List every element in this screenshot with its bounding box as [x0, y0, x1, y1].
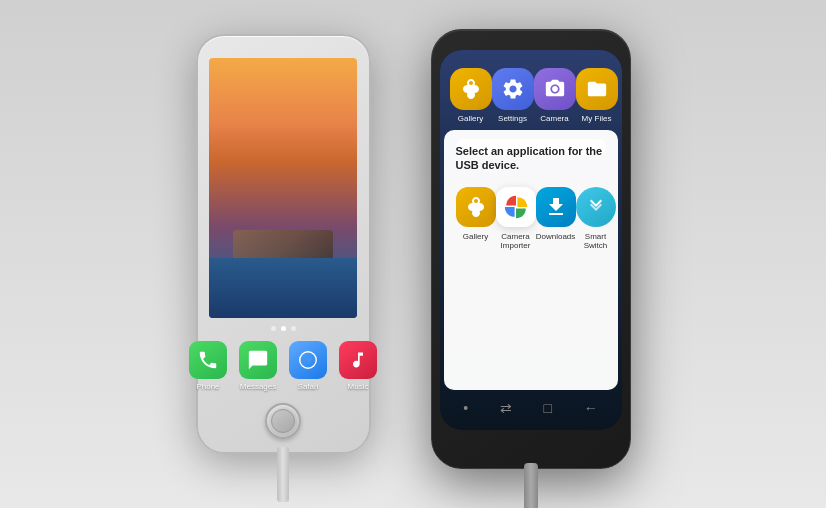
d-gallery-icon: [456, 187, 496, 227]
samsung-screen: Gallery Settings: [440, 50, 622, 430]
dialog-app-camera-importer[interactable]: Camera Importer: [496, 187, 536, 380]
messages-svg: [247, 349, 269, 371]
samsung-device: Gallery Settings: [431, 29, 631, 469]
dialog-app-gallery[interactable]: Gallery: [456, 187, 496, 380]
dialog-title: Select an application for the USB device…: [456, 144, 606, 173]
safari-svg: [297, 349, 319, 371]
d-download-svg: [544, 195, 568, 219]
messages-label: Messages: [240, 382, 276, 391]
s-settings-icon: [492, 68, 534, 110]
gear-svg: [501, 77, 525, 101]
folder-svg: [586, 78, 608, 100]
s-gallery-icon: [450, 68, 492, 110]
phone-svg: [197, 349, 219, 371]
s-gallery-label: Gallery: [458, 114, 483, 123]
samsung-app-settings[interactable]: Settings: [492, 68, 534, 123]
d-downloads-icon: [536, 187, 576, 227]
s-settings-label: Settings: [498, 114, 527, 123]
app-messages[interactable]: Messages: [239, 341, 277, 391]
safari-icon-img: [289, 341, 327, 379]
nav-back-icon[interactable]: ←: [584, 400, 598, 416]
s-myfiles-label: My Files: [582, 114, 612, 123]
iphone-screen: [209, 58, 357, 318]
s-camera-icon: [534, 68, 576, 110]
music-svg: [348, 350, 368, 370]
d-smartswitch-icon: [576, 187, 616, 227]
d-flower-svg: [464, 195, 488, 219]
iphone-dock: Phone Messages Safari: [189, 341, 377, 391]
safari-label: Safari: [298, 382, 319, 391]
svg-point-0: [300, 352, 317, 369]
samsung-app-myfiles[interactable]: My Files: [576, 68, 618, 123]
d-smartswitch-label: Smart Switch: [576, 232, 616, 251]
nav-dot-icon: •: [463, 400, 468, 416]
music-label: Music: [348, 382, 369, 391]
samsung-nav-bar: • ⇄ □ ←: [448, 392, 614, 424]
s-camera-label: Camera: [540, 114, 568, 123]
s-myfiles-icon: [576, 68, 618, 110]
messages-icon-img: [239, 341, 277, 379]
nav-recent-icon[interactable]: ⇄: [500, 400, 512, 416]
usb-dialog: Select an application for the USB device…: [444, 130, 618, 390]
camera-svg: [544, 78, 566, 100]
dialog-app-downloads[interactable]: Downloads: [536, 187, 576, 380]
dot-1: [271, 326, 276, 331]
d-cameraimp-icon: [496, 187, 536, 227]
samsung-app-camera[interactable]: Camera: [534, 68, 576, 123]
lightning-cable: [277, 447, 289, 502]
flower-svg: [459, 77, 483, 101]
samsung-top-app-row: Gallery Settings: [440, 50, 622, 131]
d-switch-svg: [584, 195, 608, 219]
d-cameraimp-label: Camera Importer: [501, 232, 531, 251]
samsung-app-gallery[interactable]: Gallery: [450, 68, 492, 123]
home-button[interactable]: [265, 403, 301, 439]
d-gallery-label: Gallery: [463, 232, 488, 242]
phone-label: Phone: [196, 382, 219, 391]
dialog-app-list: Gallery: [456, 187, 606, 380]
phone-icon-img: [189, 341, 227, 379]
samsung-background: Gallery Settings: [440, 50, 622, 430]
dialog-app-smart-switch[interactable]: Smart Switch: [576, 187, 616, 380]
nav-home-icon[interactable]: □: [544, 400, 552, 416]
home-button-inner: [271, 409, 295, 433]
app-music[interactable]: Music: [339, 341, 377, 391]
usb-cable: [524, 463, 538, 508]
google-photos-svg: [502, 193, 530, 221]
app-safari[interactable]: Safari: [289, 341, 327, 391]
iphone-device: Phone Messages Safari: [196, 34, 371, 454]
dot-3: [291, 326, 296, 331]
d-downloads-label: Downloads: [536, 232, 576, 242]
water-reflection: [209, 258, 357, 318]
scene: Phone Messages Safari: [0, 0, 826, 508]
app-phone[interactable]: Phone: [189, 341, 227, 391]
page-indicators: [271, 326, 296, 331]
music-icon-img: [339, 341, 377, 379]
dot-2: [281, 326, 286, 331]
